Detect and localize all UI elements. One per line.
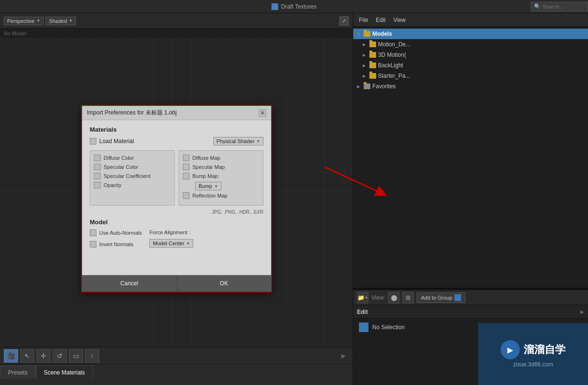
file-types-text: .JPG, .PNG, .HDR, .EXR [90,209,263,215]
diffuse-map-label: Diffuse Map [192,155,220,161]
search-area[interactable]: 🔍 [531,2,588,11]
model-options-row: Use Auto-Normals Invert Normals Force Al… [90,229,263,250]
invert-normals-checkbox[interactable] [90,241,96,248]
cancel-button[interactable]: Cancel [82,275,177,291]
models-tree-header[interactable]: ▼ Models [353,29,588,39]
no-model-label: No Model [0,29,353,38]
starter-pack-label: Starter_Pa... [378,73,410,79]
tree-item-3d-motion[interactable]: ▶ 3D Motion( [353,50,588,60]
specular-color-label: Specular Color [104,164,138,170]
camera-tool-button[interactable]: 🎥 [4,349,18,363]
starter-pack-arrow: ▶ [363,74,368,78]
rotate-icon: ↺ [57,352,63,360]
materials-section-header: Materials [90,126,263,133]
specular-color-item: Specular Color [94,164,170,170]
panel-expand-arrow[interactable]: ▶ [339,352,347,360]
edit-label: Edit [357,309,368,315]
draft-textures-label: Draft Textures [272,3,316,10]
use-auto-normals-item: Use Auto-Normals [90,229,142,236]
specular-color-checkbox[interactable] [94,164,101,170]
bottom-panel: 🎥 ↖ ✛ ↺ ▭ ↑ ▶ Preset [0,347,353,385]
assets-tree: ▼ Models ▶ Motion_De... ▶ 3D Motion( ▶ [353,27,588,288]
shaded-dropdown[interactable]: Shaded ▼ [45,17,76,25]
load-material-label: Load Material [99,138,134,145]
perspective-dropdown[interactable]: Perspective ▼ [4,17,43,25]
model-section-header: Model [90,219,263,226]
model-center-arrow: ▼ [186,241,190,246]
ok-button[interactable]: OK [177,275,272,291]
search-input[interactable] [543,4,581,10]
reflection-map-checkbox[interactable] [183,192,189,199]
reflection-map-item: Reflection Map [183,192,259,199]
diffuse-map-item: Diffuse Map [183,155,259,161]
tree-item-backlight[interactable]: ▶ BackLight [353,60,588,71]
edit-expand-arrow[interactable]: ▶ [580,309,584,314]
sphere-view-button[interactable]: ⬤ [388,292,399,303]
diffuse-color-checkbox[interactable] [94,155,101,161]
align-tool-button[interactable]: ↑ [85,349,99,363]
expand-button[interactable]: ⤢ [339,16,349,26]
move-tool-button[interactable]: ✛ [36,349,51,363]
3d-motion-label: 3D Motion( [378,52,406,58]
specular-map-checkbox[interactable] [183,164,189,170]
edit-menu[interactable]: Edit [376,17,386,23]
load-material-checkbox[interactable] [90,138,96,145]
dialog-titlebar: Import Preferences for 未标题 1.obj ✕ [82,106,271,120]
grid-view-button[interactable]: ⊞ [402,292,414,303]
dialog-close-button[interactable]: ✕ [259,109,266,117]
specular-coeff-checkbox[interactable] [94,173,101,179]
file-menu[interactable]: File [359,17,368,23]
tab-presets[interactable]: Presets [0,365,36,379]
tree-item-favorites[interactable]: ▶ Favorites [353,81,588,92]
tree-item-starter-pack[interactable]: ▶ Starter_Pa... [353,71,588,81]
use-auto-normals-checkbox[interactable] [90,229,96,236]
bottom-toolbar: 🎥 ↖ ✛ ↺ ▭ ↑ ▶ [0,347,353,364]
perspective-label: Perspective [7,18,34,24]
new-folder-button[interactable]: 📁+ [357,292,368,303]
materials-right-col: Diffuse Map Specular Map Bump Map: [178,150,263,206]
invert-normals-item: Invert Normals [90,241,142,248]
bump-map-label: Bump Map: [192,173,219,179]
specular-coeff-item: Specular Coefficient [94,173,170,179]
diffuse-map-checkbox[interactable] [183,155,189,161]
scale-tool-button[interactable]: ▭ [69,349,83,363]
tabs-row: Presets Scene Materials [0,364,353,380]
add-to-group-label: Add to Group [421,295,452,301]
bump-map-checkbox[interactable] [183,173,189,179]
bump-type-dropdown[interactable]: Bump ▼ [195,182,221,190]
models-folder-icon [364,31,370,37]
tab-scene-materials[interactable]: Scene Materials [36,365,93,379]
bump-type-row: Bump ▼ [183,182,259,190]
edit-bar: Edit ▶ [353,305,588,319]
materials-columns: Diffuse Color Specular Color Specular Co… [90,150,263,206]
move-icon: ✛ [41,352,46,360]
dialog-title: Import Preferences for 未标题 1.obj [87,109,177,117]
shader-dropdown[interactable]: Physical Shader ▼ [213,137,263,146]
diffuse-color-item: Diffuse Color [94,155,170,161]
bump-type-arrow: ▼ [214,184,218,188]
add-to-group-button[interactable]: Add to Group [417,292,465,303]
view-menu[interactable]: View [393,17,406,23]
tree-item-motion-de[interactable]: ▶ Motion_De... [353,39,588,50]
favorites-icon [364,83,370,89]
bump-map-item: Bump Map: [183,173,259,179]
viewport-area: Import Preferences for 未标题 1.obj ✕ Mater… [0,38,353,347]
watermark-logo: ▶ 溜溜自学 [501,340,566,359]
starter-pack-icon [369,73,376,79]
specular-map-label: Specular Map [192,164,225,170]
model-center-dropdown[interactable]: Model Center ▼ [149,239,193,248]
motion-de-arrow: ▶ [363,42,368,47]
rotate-tool-button[interactable]: ↺ [52,349,67,363]
opacity-label: Opacity [104,182,121,188]
texture-icon [272,3,278,10]
load-material-row: Load Material Physical Shader ▼ [90,137,263,146]
select-tool-button[interactable]: ↖ [20,349,34,363]
diffuse-color-label: Diffuse Color [104,155,134,161]
scale-icon: ▭ [73,352,79,360]
opacity-checkbox[interactable] [94,182,101,188]
backlight-arrow: ▶ [363,63,368,68]
model-left-options: Use Auto-Normals Invert Normals [90,229,142,250]
align-icon: ↑ [91,352,94,360]
search-icon: 🔍 [534,3,541,10]
model-center-label: Model Center [153,240,184,246]
